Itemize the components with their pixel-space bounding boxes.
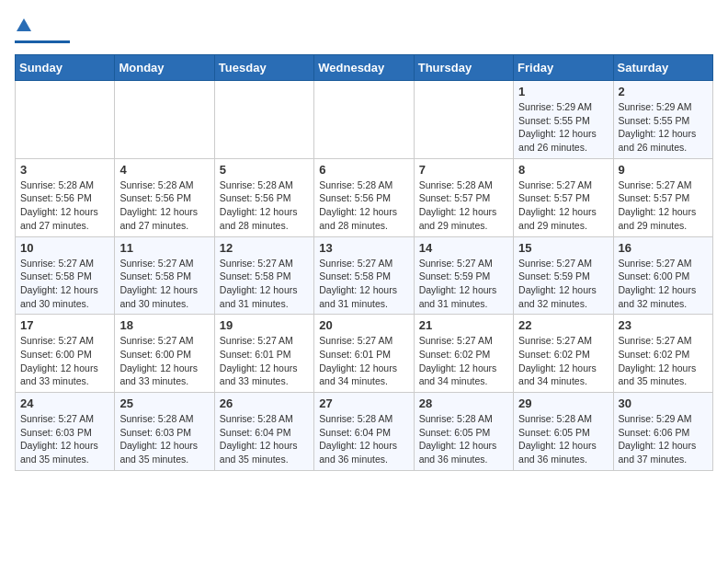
day-info: Sunrise: 5:27 AM Sunset: 6:00 PM Dayligh… (119, 334, 209, 388)
day-of-week-header: Thursday (414, 55, 513, 81)
day-info: Sunrise: 5:28 AM Sunset: 6:05 PM Dayligh… (518, 412, 608, 466)
calendar-cell: 23Sunrise: 5:27 AM Sunset: 6:02 PM Dayli… (613, 315, 712, 393)
day-number: 23 (619, 318, 708, 332)
day-info: Sunrise: 5:27 AM Sunset: 6:00 PM Dayligh… (619, 257, 708, 311)
calendar-cell: 27Sunrise: 5:28 AM Sunset: 6:04 PM Dayli… (314, 393, 414, 471)
day-info: Sunrise: 5:29 AM Sunset: 5:55 PM Dayligh… (518, 100, 608, 155)
day-number: 19 (220, 318, 309, 332)
day-number: 2 (619, 85, 708, 98)
calendar-cell: 15Sunrise: 5:27 AM Sunset: 5:59 PM Dayli… (514, 236, 613, 315)
day-number: 7 (419, 163, 508, 177)
calendar-cell: 18Sunrise: 5:27 AM Sunset: 6:00 PM Dayli… (115, 315, 214, 393)
calendar-cell (115, 81, 214, 159)
day-number: 24 (20, 396, 109, 410)
day-info: Sunrise: 5:27 AM Sunset: 5:59 PM Dayligh… (518, 257, 608, 311)
day-number: 8 (518, 163, 608, 177)
day-number: 14 (419, 241, 508, 255)
calendar-cell: 17Sunrise: 5:27 AM Sunset: 6:00 PM Dayli… (16, 315, 115, 393)
calendar-week-row: 10Sunrise: 5:27 AM Sunset: 5:58 PM Dayli… (16, 236, 713, 315)
day-number: 25 (119, 396, 209, 410)
page-header (15, 15, 713, 43)
calendar-cell: 3Sunrise: 5:28 AM Sunset: 5:56 PM Daylig… (16, 158, 115, 236)
calendar-week-row: 17Sunrise: 5:27 AM Sunset: 6:00 PM Dayli… (16, 315, 713, 393)
day-number: 16 (619, 241, 708, 255)
day-of-week-header: Wednesday (314, 55, 414, 81)
day-info: Sunrise: 5:27 AM Sunset: 5:58 PM Dayligh… (319, 257, 408, 311)
day-number: 21 (419, 318, 508, 332)
day-number: 9 (619, 163, 708, 177)
day-number: 13 (319, 241, 408, 255)
calendar-cell (314, 81, 414, 159)
day-info: Sunrise: 5:27 AM Sunset: 6:02 PM Dayligh… (419, 334, 508, 388)
calendar-header: SundayMondayTuesdayWednesdayThursdayFrid… (16, 55, 713, 81)
day-info: Sunrise: 5:27 AM Sunset: 5:57 PM Dayligh… (619, 178, 708, 233)
svg-marker-0 (17, 18, 31, 31)
day-info: Sunrise: 5:28 AM Sunset: 5:57 PM Dayligh… (419, 178, 508, 233)
calendar-cell: 24Sunrise: 5:27 AM Sunset: 6:03 PM Dayli… (16, 393, 115, 471)
day-number: 30 (619, 396, 708, 410)
day-number: 12 (220, 241, 309, 255)
day-number: 6 (319, 163, 408, 177)
day-info: Sunrise: 5:27 AM Sunset: 6:02 PM Dayligh… (619, 334, 708, 388)
day-number: 22 (518, 318, 608, 332)
calendar-cell: 12Sunrise: 5:27 AM Sunset: 5:58 PM Dayli… (214, 236, 313, 315)
day-number: 28 (419, 396, 508, 410)
day-number: 3 (20, 163, 109, 177)
calendar-cell: 1Sunrise: 5:29 AM Sunset: 5:55 PM Daylig… (514, 81, 613, 159)
logo (15, 15, 70, 43)
day-number: 5 (220, 163, 309, 177)
calendar-cell: 28Sunrise: 5:28 AM Sunset: 6:05 PM Dayli… (414, 393, 513, 471)
calendar-cell: 16Sunrise: 5:27 AM Sunset: 6:00 PM Dayli… (613, 236, 712, 315)
day-number: 27 (319, 396, 408, 410)
day-info: Sunrise: 5:27 AM Sunset: 5:58 PM Dayligh… (220, 257, 309, 311)
calendar-cell: 11Sunrise: 5:27 AM Sunset: 5:58 PM Dayli… (115, 236, 214, 315)
day-number: 20 (319, 318, 408, 332)
day-info: Sunrise: 5:27 AM Sunset: 6:01 PM Dayligh… (220, 334, 309, 388)
calendar-week-row: 24Sunrise: 5:27 AM Sunset: 6:03 PM Dayli… (16, 393, 713, 471)
calendar-cell: 22Sunrise: 5:27 AM Sunset: 6:02 PM Dayli… (514, 315, 613, 393)
day-number: 17 (20, 318, 109, 332)
day-info: Sunrise: 5:28 AM Sunset: 6:04 PM Dayligh… (319, 412, 408, 466)
calendar-cell: 9Sunrise: 5:27 AM Sunset: 5:57 PM Daylig… (613, 158, 712, 236)
calendar-cell: 6Sunrise: 5:28 AM Sunset: 5:56 PM Daylig… (314, 158, 414, 236)
day-number: 1 (518, 85, 608, 98)
day-info: Sunrise: 5:27 AM Sunset: 6:00 PM Dayligh… (20, 334, 109, 388)
day-info: Sunrise: 5:27 AM Sunset: 5:57 PM Dayligh… (518, 178, 608, 233)
day-info: Sunrise: 5:27 AM Sunset: 6:03 PM Dayligh… (20, 412, 109, 466)
day-of-week-header: Friday (514, 55, 613, 81)
calendar-cell: 19Sunrise: 5:27 AM Sunset: 6:01 PM Dayli… (214, 315, 313, 393)
calendar-cell: 20Sunrise: 5:27 AM Sunset: 6:01 PM Dayli… (314, 315, 414, 393)
calendar-cell: 14Sunrise: 5:27 AM Sunset: 5:59 PM Dayli… (414, 236, 513, 315)
calendar-cell (16, 81, 115, 159)
calendar-cell: 26Sunrise: 5:28 AM Sunset: 6:04 PM Dayli… (214, 393, 313, 471)
day-info: Sunrise: 5:27 AM Sunset: 6:02 PM Dayligh… (518, 334, 608, 388)
calendar-week-row: 1Sunrise: 5:29 AM Sunset: 5:55 PM Daylig… (16, 81, 713, 159)
calendar-cell (414, 81, 513, 159)
day-info: Sunrise: 5:27 AM Sunset: 5:58 PM Dayligh… (119, 257, 209, 311)
day-number: 29 (518, 396, 608, 410)
day-of-week-header: Tuesday (214, 55, 313, 81)
calendar-body: 1Sunrise: 5:29 AM Sunset: 5:55 PM Daylig… (16, 81, 713, 471)
day-number: 26 (220, 396, 309, 410)
day-of-week-header: Saturday (613, 55, 712, 81)
day-info: Sunrise: 5:28 AM Sunset: 5:56 PM Dayligh… (319, 178, 408, 233)
day-info: Sunrise: 5:28 AM Sunset: 5:56 PM Dayligh… (119, 178, 209, 233)
day-number: 15 (518, 241, 608, 255)
calendar-week-row: 3Sunrise: 5:28 AM Sunset: 5:56 PM Daylig… (16, 158, 713, 236)
day-info: Sunrise: 5:28 AM Sunset: 5:56 PM Dayligh… (220, 178, 309, 233)
logo-icon (16, 15, 32, 39)
day-number: 4 (119, 163, 209, 177)
calendar-cell: 8Sunrise: 5:27 AM Sunset: 5:57 PM Daylig… (514, 158, 613, 236)
day-info: Sunrise: 5:27 AM Sunset: 5:58 PM Dayligh… (20, 257, 109, 311)
day-info: Sunrise: 5:27 AM Sunset: 5:59 PM Dayligh… (419, 257, 508, 311)
calendar-cell: 30Sunrise: 5:29 AM Sunset: 6:06 PM Dayli… (613, 393, 712, 471)
calendar-cell: 2Sunrise: 5:29 AM Sunset: 5:55 PM Daylig… (613, 81, 712, 159)
day-number: 11 (119, 241, 209, 255)
day-of-week-header: Monday (115, 55, 214, 81)
day-info: Sunrise: 5:27 AM Sunset: 6:01 PM Dayligh… (319, 334, 408, 388)
day-number: 18 (119, 318, 209, 332)
day-info: Sunrise: 5:29 AM Sunset: 5:55 PM Dayligh… (619, 100, 708, 155)
calendar-cell: 21Sunrise: 5:27 AM Sunset: 6:02 PM Dayli… (414, 315, 513, 393)
calendar-cell: 13Sunrise: 5:27 AM Sunset: 5:58 PM Dayli… (314, 236, 414, 315)
calendar-cell: 7Sunrise: 5:28 AM Sunset: 5:57 PM Daylig… (414, 158, 513, 236)
